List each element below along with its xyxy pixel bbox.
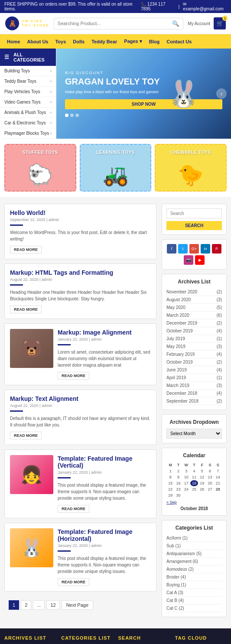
archive-item[interactable]: November 2020(2) <box>166 288 222 296</box>
archive-item[interactable]: April 2019(1) <box>166 374 222 382</box>
phone-number: 📞 1234 117 7895 <box>141 2 175 11</box>
next-page-button[interactable]: Next Page <box>62 600 93 610</box>
pinterest-icon[interactable]: P <box>212 244 221 254</box>
nav-teddy[interactable]: Teddy Bear <box>88 35 120 49</box>
hero-dot-1[interactable] <box>65 114 68 117</box>
archive-item[interactable]: July 2019(1) <box>166 335 222 343</box>
sidebar-search-button[interactable]: SEARCH <box>166 221 222 230</box>
post-thumb-5: 👧 <box>10 455 53 494</box>
hero-section: ☰ ALL CATEGORIES Building Toys›Teddy Bea… <box>0 49 231 139</box>
category-item[interactable]: Aomodeus (2) <box>166 566 222 573</box>
social-widget: f t G+ in P 📷 ▶ <box>162 239 227 270</box>
sidebar-menu-items: Building Toys›Teddy Bear Toys›Play Vehic… <box>0 66 56 139</box>
nav-about[interactable]: About Us <box>24 35 52 49</box>
archive-item[interactable]: March 2020(6) <box>166 312 222 319</box>
nav-toys[interactable]: Toys <box>52 35 69 49</box>
hero-dot-3[interactable] <box>75 114 79 117</box>
youtube-icon[interactable]: ▶ <box>195 255 205 265</box>
top-bar: FREE SHIPPING on orders over $99. This o… <box>0 0 231 13</box>
category-item[interactable]: Arrangement (6) <box>166 558 222 566</box>
search-input[interactable] <box>54 19 169 28</box>
post-content-6: Template: Featured Image (Horizontal) Ja… <box>58 528 151 586</box>
sidebar-menu-item[interactable]: Animals & Plush Toys› <box>0 107 56 118</box>
sidebar-menu-item[interactable]: Car & Electronic Toys› <box>0 118 56 128</box>
footer-archives-widget: ARCHIVES LIST June 2019 (5)January 2013 … <box>4 635 56 644</box>
archives-widget: Archives List November 2020(2)August 202… <box>162 274 227 410</box>
facebook-icon[interactable]: f <box>167 244 176 254</box>
archive-item[interactable]: December 2019(2) <box>166 319 222 327</box>
category-item[interactable]: Cat C (2) <box>166 605 222 612</box>
linkedin-icon[interactable]: in <box>201 244 210 254</box>
category-item[interactable]: Cat B (4) <box>166 597 222 605</box>
archive-item[interactable]: February 2019(4) <box>166 351 222 358</box>
archive-item[interactable]: May 2020(5) <box>166 304 222 312</box>
footer-tagcloud-title: TAG CLOUD <box>175 635 227 641</box>
archives-dropdown-select[interactable]: Select Month <box>166 429 222 439</box>
hamburger-icon: ☰ <box>4 54 9 60</box>
page-1-button[interactable]: 1 <box>9 600 19 610</box>
account-label[interactable]: My Account <box>188 21 210 26</box>
cal-prev-link[interactable]: « Sep <box>166 500 177 504</box>
post-with-image-3: 🐻 Markup: Image Alignment January 22, 20… <box>10 329 151 380</box>
page-ellipsis-button[interactable]: ... <box>33 600 45 610</box>
read-more-6[interactable]: READ MORE <box>58 578 89 586</box>
archive-item[interactable]: October 2019(2) <box>166 358 222 366</box>
archive-item[interactable]: May 2019(3) <box>166 343 222 351</box>
read-more-2[interactable]: READ MORE <box>10 306 42 313</box>
category-item[interactable]: Buying (1) <box>166 581 222 589</box>
google-icon[interactable]: G+ <box>189 244 199 254</box>
toy-cat-chewable[interactable]: CHEWABLE TOYS 🐤 <box>155 144 227 192</box>
nav-pages[interactable]: Pages ▾ <box>120 34 145 49</box>
category-item[interactable]: Sub (1) <box>166 542 222 550</box>
read-more-3[interactable]: READ MORE <box>58 372 89 380</box>
cart-icon[interactable]: 🛒 1 <box>214 17 226 29</box>
email-address: ✉ example@gmail.com <box>183 2 227 11</box>
footer-search-widget: SEARCH SEARCH 🧩🔵🟡 <box>118 635 170 644</box>
toy-cat-stuffed[interactable]: STUFFED TOYS 🐑 <box>4 144 76 192</box>
nav-blog[interactable]: Blog <box>146 35 163 49</box>
category-item[interactable]: Cat A (3) <box>166 589 222 597</box>
post-excerpt-5: This post should display a featured imag… <box>58 482 151 501</box>
footer-categories-title: CATEGORIES LIST <box>61 635 113 641</box>
cal-header-w: W <box>182 462 190 468</box>
archive-item[interactable]: October 2019(4) <box>166 327 222 335</box>
instagram-icon[interactable]: 📷 <box>184 255 193 265</box>
sidebar-search-input[interactable] <box>166 208 222 218</box>
logo[interactable]: 🧸 VW KIDS TOY STORE <box>5 16 49 30</box>
logo-text: VW KIDS TOY STORE <box>22 19 49 27</box>
read-more-5[interactable]: READ MORE <box>58 505 89 513</box>
hero-next-arrow[interactable]: › <box>216 88 227 99</box>
nav-dolls[interactable]: Dolls <box>69 35 88 49</box>
read-more-1[interactable]: READ MORE <box>10 246 42 254</box>
sidebar-menu-item[interactable]: Building Toys› <box>0 66 56 76</box>
page-12-button[interactable]: 12 <box>46 600 59 610</box>
toy-cat-learning[interactable]: LEARNING TOYS 🚜 <box>80 144 152 192</box>
post-excerpt-6: This post should display a featured imag… <box>58 555 151 575</box>
sidebar-menu-item[interactable]: Teddy Bear Toys› <box>0 76 56 87</box>
category-item[interactable]: Aciform (1) <box>166 534 222 542</box>
search-button[interactable]: 🔍 <box>169 18 183 29</box>
nav-home[interactable]: Home <box>3 35 24 49</box>
sidebar-menu-item[interactable]: Play Vehicles Toys› <box>0 87 56 97</box>
post-meta-2: August 22, 2020 | admin <box>10 277 151 282</box>
sidebar-menu-item[interactable]: Video Games Toys› <box>0 97 56 107</box>
archive-item[interactable]: March 2019(3) <box>166 382 222 390</box>
twitter-icon[interactable]: t <box>178 244 188 254</box>
post-content-5: Template: Featured Image (Vertical) Janu… <box>58 455 151 513</box>
archive-item[interactable]: December 2018(4) <box>166 390 222 397</box>
archive-item[interactable]: June 2019(4) <box>166 366 222 374</box>
blog-post-3: 🐻 Markup: Image Alignment January 22, 20… <box>4 323 156 385</box>
category-item[interactable]: Broder (4) <box>166 573 222 581</box>
page-2-button[interactable]: 2 <box>21 600 31 610</box>
blog-post-6: 🐰 Template: Featured Image (Horizontal) … <box>4 523 156 592</box>
archive-item[interactable]: September 2018(2) <box>166 397 222 405</box>
category-item[interactable]: Antiquarianism (5) <box>166 550 222 558</box>
calendar-month-label: October 2018 <box>166 506 222 511</box>
sidebar-menu-item[interactable]: Playmager Blocks Toys› <box>0 128 56 139</box>
hero-dot-2[interactable] <box>70 114 74 117</box>
blog-posts: Hello World! September 22, 2020 | admin … <box>4 204 156 621</box>
categories-sidebar: ☰ ALL CATEGORIES Building Toys›Teddy Bea… <box>0 49 56 139</box>
archive-item[interactable]: August 2020(3) <box>166 296 222 304</box>
nav-contact[interactable]: Contact Us <box>163 35 195 49</box>
read-more-4[interactable]: READ MORE <box>10 432 42 439</box>
